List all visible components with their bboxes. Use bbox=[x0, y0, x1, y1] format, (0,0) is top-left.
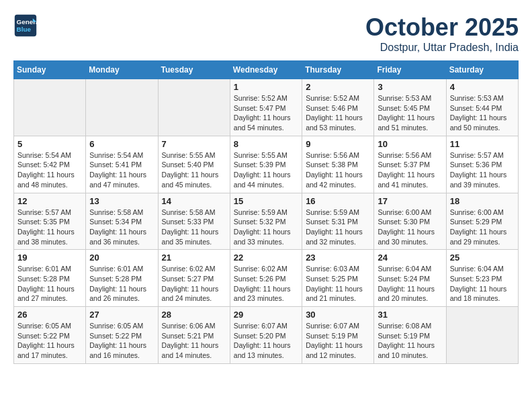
calendar-table: SundayMondayTuesdayWednesdayThursdayFrid… bbox=[13, 60, 519, 364]
calendar-cell: 17Sunrise: 6:00 AM Sunset: 5:30 PM Dayli… bbox=[374, 193, 446, 250]
calendar-cell: 23Sunrise: 6:03 AM Sunset: 5:25 PM Dayli… bbox=[302, 250, 374, 307]
day-info: Sunrise: 5:58 AM Sunset: 5:33 PM Dayligh… bbox=[162, 208, 226, 247]
weekday-header-monday: Monday bbox=[86, 61, 158, 79]
day-number: 31 bbox=[378, 310, 442, 320]
day-number: 21 bbox=[162, 253, 226, 263]
day-number: 22 bbox=[234, 253, 298, 263]
day-info: Sunrise: 5:57 AM Sunset: 5:36 PM Dayligh… bbox=[450, 150, 515, 190]
calendar-week-4: 19Sunrise: 6:01 AM Sunset: 5:28 PM Dayli… bbox=[14, 250, 519, 307]
day-info: Sunrise: 5:52 AM Sunset: 5:47 PM Dayligh… bbox=[234, 93, 298, 133]
calendar-cell: 31Sunrise: 6:08 AM Sunset: 5:19 PM Dayli… bbox=[374, 307, 446, 364]
weekday-header-sunday: Sunday bbox=[14, 61, 86, 79]
calendar-cell: 21Sunrise: 6:02 AM Sunset: 5:27 PM Dayli… bbox=[158, 250, 230, 307]
calendar-cell: 20Sunrise: 6:01 AM Sunset: 5:28 PM Dayli… bbox=[86, 250, 158, 307]
day-number: 7 bbox=[162, 139, 226, 149]
calendar-cell: 25Sunrise: 6:04 AM Sunset: 5:23 PM Dayli… bbox=[446, 250, 518, 307]
day-number: 6 bbox=[89, 139, 154, 149]
day-number: 28 bbox=[162, 310, 226, 320]
day-info: Sunrise: 5:57 AM Sunset: 5:35 PM Dayligh… bbox=[17, 208, 82, 247]
day-number: 4 bbox=[450, 82, 515, 92]
day-info: Sunrise: 6:02 AM Sunset: 5:27 PM Dayligh… bbox=[162, 264, 226, 304]
svg-text:Blue: Blue bbox=[17, 26, 32, 33]
day-info: Sunrise: 6:04 AM Sunset: 5:23 PM Dayligh… bbox=[450, 264, 515, 304]
calendar-cell: 29Sunrise: 6:07 AM Sunset: 5:20 PM Dayli… bbox=[230, 307, 302, 364]
day-info: Sunrise: 6:00 AM Sunset: 5:30 PM Dayligh… bbox=[378, 208, 442, 247]
day-info: Sunrise: 6:03 AM Sunset: 5:25 PM Dayligh… bbox=[306, 264, 370, 304]
calendar-cell: 11Sunrise: 5:57 AM Sunset: 5:36 PM Dayli… bbox=[446, 136, 518, 193]
day-number: 15 bbox=[234, 196, 298, 206]
calendar-cell: 22Sunrise: 6:02 AM Sunset: 5:26 PM Dayli… bbox=[230, 250, 302, 307]
day-info: Sunrise: 5:54 AM Sunset: 5:42 PM Dayligh… bbox=[17, 150, 82, 190]
day-number: 26 bbox=[17, 310, 82, 320]
weekday-header-row: SundayMondayTuesdayWednesdayThursdayFrid… bbox=[14, 61, 519, 79]
calendar-cell: 26Sunrise: 6:05 AM Sunset: 5:22 PM Dayli… bbox=[14, 307, 86, 364]
calendar-cell: 8Sunrise: 5:55 AM Sunset: 5:39 PM Daylig… bbox=[230, 136, 302, 193]
day-info: Sunrise: 6:04 AM Sunset: 5:24 PM Dayligh… bbox=[378, 264, 442, 304]
day-info: Sunrise: 5:54 AM Sunset: 5:41 PM Dayligh… bbox=[89, 150, 154, 190]
day-number: 27 bbox=[89, 310, 154, 320]
calendar-cell: 18Sunrise: 6:00 AM Sunset: 5:29 PM Dayli… bbox=[446, 193, 518, 250]
calendar-cell: 30Sunrise: 6:07 AM Sunset: 5:19 PM Dayli… bbox=[302, 307, 374, 364]
calendar-cell: 14Sunrise: 5:58 AM Sunset: 5:33 PM Dayli… bbox=[158, 193, 230, 250]
calendar-cell: 13Sunrise: 5:58 AM Sunset: 5:34 PM Dayli… bbox=[86, 193, 158, 250]
day-number: 16 bbox=[306, 196, 370, 206]
day-number: 25 bbox=[450, 253, 515, 263]
weekday-header-saturday: Saturday bbox=[446, 61, 518, 79]
day-info: Sunrise: 6:07 AM Sunset: 5:19 PM Dayligh… bbox=[306, 321, 370, 361]
day-number: 12 bbox=[17, 196, 82, 206]
day-number: 2 bbox=[306, 82, 370, 92]
calendar-cell: 3Sunrise: 5:53 AM Sunset: 5:45 PM Daylig… bbox=[374, 79, 446, 136]
day-number: 1 bbox=[234, 82, 298, 92]
day-number: 8 bbox=[234, 139, 298, 149]
calendar-body: 1Sunrise: 5:52 AM Sunset: 5:47 PM Daylig… bbox=[14, 79, 519, 364]
day-info: Sunrise: 6:02 AM Sunset: 5:26 PM Dayligh… bbox=[234, 264, 298, 304]
day-info: Sunrise: 5:59 AM Sunset: 5:32 PM Dayligh… bbox=[234, 208, 298, 247]
calendar-cell: 16Sunrise: 5:59 AM Sunset: 5:31 PM Dayli… bbox=[302, 193, 374, 250]
day-number: 3 bbox=[378, 82, 442, 92]
calendar-cell bbox=[86, 79, 158, 136]
day-info: Sunrise: 6:05 AM Sunset: 5:22 PM Dayligh… bbox=[89, 321, 154, 361]
day-info: Sunrise: 6:06 AM Sunset: 5:21 PM Dayligh… bbox=[162, 321, 226, 361]
calendar-cell: 7Sunrise: 5:55 AM Sunset: 5:40 PM Daylig… bbox=[158, 136, 230, 193]
calendar-cell: 5Sunrise: 5:54 AM Sunset: 5:42 PM Daylig… bbox=[14, 136, 86, 193]
day-info: Sunrise: 5:55 AM Sunset: 5:39 PM Dayligh… bbox=[234, 150, 298, 190]
day-info: Sunrise: 5:52 AM Sunset: 5:46 PM Dayligh… bbox=[306, 93, 370, 133]
calendar-cell bbox=[158, 79, 230, 136]
day-info: Sunrise: 6:01 AM Sunset: 5:28 PM Dayligh… bbox=[17, 264, 82, 304]
location-title: Dostpur, Uttar Pradesh, India bbox=[365, 42, 519, 54]
day-info: Sunrise: 5:53 AM Sunset: 5:45 PM Dayligh… bbox=[378, 93, 442, 133]
weekday-header-thursday: Thursday bbox=[302, 61, 374, 79]
day-info: Sunrise: 6:00 AM Sunset: 5:29 PM Dayligh… bbox=[450, 208, 515, 247]
calendar-week-5: 26Sunrise: 6:05 AM Sunset: 5:22 PM Dayli… bbox=[14, 307, 519, 364]
calendar-cell: 12Sunrise: 5:57 AM Sunset: 5:35 PM Dayli… bbox=[14, 193, 86, 250]
calendar-cell: 10Sunrise: 5:56 AM Sunset: 5:37 PM Dayli… bbox=[374, 136, 446, 193]
calendar-cell bbox=[446, 307, 518, 364]
calendar-cell: 27Sunrise: 6:05 AM Sunset: 5:22 PM Dayli… bbox=[86, 307, 158, 364]
calendar-cell: 19Sunrise: 6:01 AM Sunset: 5:28 PM Dayli… bbox=[14, 250, 86, 307]
day-info: Sunrise: 6:08 AM Sunset: 5:19 PM Dayligh… bbox=[378, 321, 442, 361]
day-info: Sunrise: 6:05 AM Sunset: 5:22 PM Dayligh… bbox=[17, 321, 82, 361]
day-number: 20 bbox=[89, 253, 154, 263]
day-number: 19 bbox=[17, 253, 82, 263]
day-number: 13 bbox=[89, 196, 154, 206]
weekday-header-friday: Friday bbox=[374, 61, 446, 79]
calendar-cell: 15Sunrise: 5:59 AM Sunset: 5:32 PM Dayli… bbox=[230, 193, 302, 250]
day-info: Sunrise: 6:01 AM Sunset: 5:28 PM Dayligh… bbox=[89, 264, 154, 304]
day-number: 11 bbox=[450, 139, 515, 149]
day-info: Sunrise: 6:07 AM Sunset: 5:20 PM Dayligh… bbox=[234, 321, 298, 361]
calendar-cell: 24Sunrise: 6:04 AM Sunset: 5:24 PM Dayli… bbox=[374, 250, 446, 307]
weekday-header-tuesday: Tuesday bbox=[158, 61, 230, 79]
title-area: October 2025 Dostpur, Uttar Pradesh, Ind… bbox=[365, 13, 519, 54]
logo: General Blue bbox=[13, 13, 38, 38]
weekday-header-wednesday: Wednesday bbox=[230, 61, 302, 79]
day-number: 5 bbox=[17, 139, 82, 149]
calendar-header: SundayMondayTuesdayWednesdayThursdayFrid… bbox=[14, 61, 519, 79]
day-info: Sunrise: 5:56 AM Sunset: 5:38 PM Dayligh… bbox=[306, 150, 370, 190]
calendar-cell: 1Sunrise: 5:52 AM Sunset: 5:47 PM Daylig… bbox=[230, 79, 302, 136]
day-number: 14 bbox=[162, 196, 226, 206]
day-info: Sunrise: 5:55 AM Sunset: 5:40 PM Dayligh… bbox=[162, 150, 226, 190]
logo-icon: General Blue bbox=[13, 13, 38, 38]
month-title: October 2025 bbox=[365, 13, 519, 42]
day-info: Sunrise: 5:56 AM Sunset: 5:37 PM Dayligh… bbox=[378, 150, 442, 190]
calendar-cell: 2Sunrise: 5:52 AM Sunset: 5:46 PM Daylig… bbox=[302, 79, 374, 136]
